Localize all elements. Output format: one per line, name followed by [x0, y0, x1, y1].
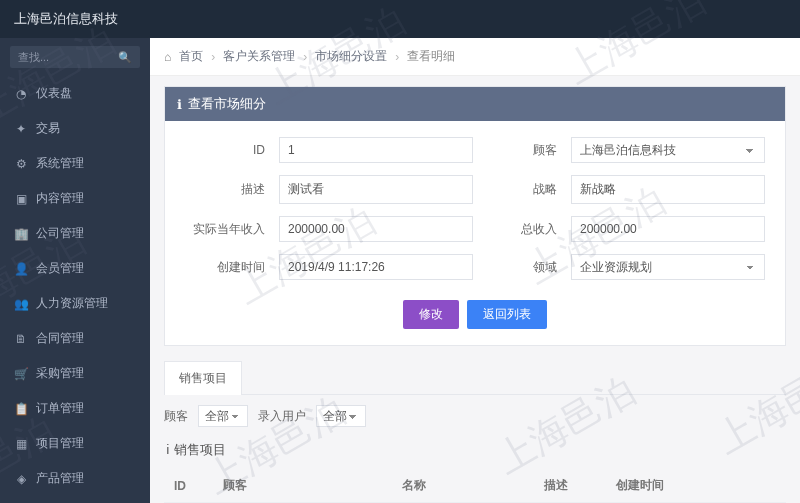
col-customer: 顾客: [213, 469, 392, 503]
label-desc: 描述: [185, 181, 265, 198]
detail-form: ID 1 顾客 上海邑泊信息科技 描述 测试看 战略 新战略 实际当年收入 20…: [185, 137, 765, 280]
value-desc: 测试看: [279, 175, 473, 204]
sidebar-search: 🔍: [0, 38, 150, 76]
sidebar-item-0[interactable]: ◔仪表盘: [0, 76, 150, 111]
breadcrumb-sep: ›: [211, 50, 215, 64]
breadcrumb-item-1[interactable]: 客户关系管理: [223, 48, 295, 65]
sidebar-item-8[interactable]: 🛒采购管理: [0, 356, 150, 391]
info-icon: ℹ: [177, 97, 182, 112]
sidebar-icon: ▣: [14, 192, 28, 206]
detail-panel: ℹ 查看市场细分 ID 1 顾客 上海邑泊信息科技 描述 测试看 战略 新战略 …: [164, 86, 786, 346]
col-time: 创建时间: [606, 469, 786, 503]
col-id: ID: [164, 469, 213, 503]
sidebar-icon: ✦: [14, 122, 28, 136]
sidebar-icon: 👤: [14, 262, 28, 276]
panel-title: 查看市场细分: [188, 95, 266, 113]
sidebar-item-label: 系统管理: [36, 155, 84, 172]
top-bar: 上海邑泊信息科技: [0, 0, 800, 38]
search-icon: 🔍: [118, 51, 132, 64]
filter-user-label: 录入用户: [258, 408, 306, 425]
sidebar-item-label: 内容管理: [36, 190, 84, 207]
breadcrumb-sep: ›: [395, 50, 399, 64]
sidebar-icon: 🏢: [14, 227, 28, 241]
sidebar-item-7[interactable]: 🗎合同管理: [0, 321, 150, 356]
sidebar-item-10[interactable]: ▦项目管理: [0, 426, 150, 461]
breadcrumb-item-3: 查看明细: [407, 48, 455, 65]
label-create-time: 创建时间: [185, 259, 265, 276]
sidebar-item-12[interactable]: 🗐财务管理: [0, 496, 150, 503]
sidebar-item-5[interactable]: 👤会员管理: [0, 251, 150, 286]
sidebar-icon: 🗎: [14, 332, 28, 346]
sales-table: ID 顾客 名称 描述 创建时间 1上海邑泊信息科技执行销售计划00012019…: [164, 469, 786, 503]
col-desc: 描述: [534, 469, 606, 503]
tab-strip: 销售项目: [164, 360, 786, 395]
sidebar-item-label: 仪表盘: [36, 85, 72, 102]
sidebar-item-6[interactable]: 👥人力资源管理: [0, 286, 150, 321]
sidebar-item-label: 订单管理: [36, 400, 84, 417]
breadcrumb-item-2[interactable]: 市场细分设置: [315, 48, 387, 65]
sidebar-icon: 📋: [14, 402, 28, 416]
breadcrumb: ⌂ 首页 › 客户关系管理 › 市场细分设置 › 查看明细: [150, 38, 800, 76]
col-name: 名称: [392, 469, 534, 503]
sidebar-item-4[interactable]: 🏢公司管理: [0, 216, 150, 251]
select-customer[interactable]: 上海邑泊信息科技: [571, 137, 765, 163]
value-create-time: 2019/4/9 11:17:26: [279, 254, 473, 280]
home-icon: ⌂: [164, 50, 171, 64]
sidebar-item-label: 公司管理: [36, 225, 84, 242]
select-domain[interactable]: 企业资源规划: [571, 254, 765, 280]
sidebar-icon: ◔: [14, 87, 28, 101]
label-total-rev: 总收入: [487, 221, 557, 238]
value-total-rev: 200000.00: [571, 216, 765, 242]
breadcrumb-sep: ›: [303, 50, 307, 64]
brand-title: 上海邑泊信息科技: [14, 10, 118, 28]
sidebar-item-2[interactable]: ⚙系统管理: [0, 146, 150, 181]
label-id: ID: [185, 143, 265, 157]
sidebar-item-label: 项目管理: [36, 435, 84, 452]
sidebar-icon: 🛒: [14, 367, 28, 381]
sidebar-icon: ◈: [14, 472, 28, 486]
tab-sales-project[interactable]: 销售项目: [164, 361, 242, 395]
sidebar-item-label: 会员管理: [36, 260, 84, 277]
label-strategy: 战略: [487, 181, 557, 198]
filter-bar: 顾客 全部 录入用户 全部: [164, 405, 786, 427]
panel-header: ℹ 查看市场细分: [165, 87, 785, 121]
sidebar-item-label: 人力资源管理: [36, 295, 108, 312]
sidebar-item-9[interactable]: 📋订单管理: [0, 391, 150, 426]
sidebar-icon: 👥: [14, 297, 28, 311]
label-annual-rev: 实际当年收入: [185, 221, 265, 238]
sidebar-icon: ⚙: [14, 157, 28, 171]
sidebar-item-1[interactable]: ✦交易: [0, 111, 150, 146]
sidebar-item-3[interactable]: ▣内容管理: [0, 181, 150, 216]
sidebar: 🔍 ◔仪表盘✦交易⚙系统管理▣内容管理🏢公司管理👤会员管理👥人力资源管理🗎合同管…: [0, 38, 150, 503]
filter-customer-label: 顾客: [164, 408, 188, 425]
label-customer: 顾客: [487, 142, 557, 159]
back-button[interactable]: 返回列表: [467, 300, 547, 329]
filter-customer-select[interactable]: 全部: [198, 405, 248, 427]
main-content: ⌂ 首页 › 客户关系管理 › 市场细分设置 › 查看明细 ℹ 查看市场细分 I…: [150, 38, 800, 503]
sidebar-item-label: 合同管理: [36, 330, 84, 347]
breadcrumb-home[interactable]: 首页: [179, 48, 203, 65]
value-annual-rev: 200000.00: [279, 216, 473, 242]
label-domain: 领域: [487, 259, 557, 276]
filter-user-select[interactable]: 全部: [316, 405, 366, 427]
sidebar-item-label: 交易: [36, 120, 60, 137]
value-id: 1: [279, 137, 473, 163]
value-strategy: 新战略: [571, 175, 765, 204]
sidebar-icon: ▦: [14, 437, 28, 451]
sidebar-item-label: 产品管理: [36, 470, 84, 487]
sidebar-item-11[interactable]: ◈产品管理: [0, 461, 150, 496]
modify-button[interactable]: 修改: [403, 300, 459, 329]
section-title: ⅰ 销售项目: [164, 435, 786, 465]
sidebar-item-label: 采购管理: [36, 365, 84, 382]
